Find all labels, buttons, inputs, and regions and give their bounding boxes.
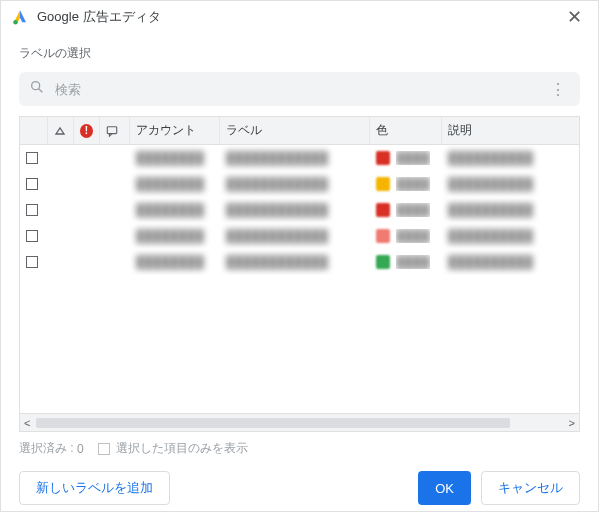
- cell-account: ████████: [130, 145, 220, 171]
- add-label-button[interactable]: 新しいラベルを追加: [19, 471, 170, 505]
- svg-rect-3: [107, 126, 116, 133]
- svg-point-1: [32, 82, 40, 90]
- row-checkbox[interactable]: [26, 178, 38, 190]
- cell-account: ████████: [130, 171, 220, 197]
- svg-line-2: [39, 89, 43, 93]
- row-checkbox[interactable]: [26, 256, 38, 268]
- selected-prefix: 選択済み :: [19, 440, 74, 457]
- svg-point-0: [13, 20, 18, 25]
- cell-label: ████████████: [220, 171, 370, 197]
- show-selected-label: 選択した項目のみを表示: [116, 440, 248, 457]
- more-icon[interactable]: ⋮: [546, 80, 570, 99]
- cell-account: ████████: [130, 223, 220, 249]
- table-body: ████████████████████████████████████████…: [19, 144, 580, 414]
- cell-color: ████: [370, 249, 442, 275]
- google-ads-logo-icon: [11, 8, 29, 26]
- cell-account: ████████: [130, 197, 220, 223]
- cell-description: ██████████: [442, 223, 579, 249]
- cell-account: ████████: [130, 249, 220, 275]
- cell-label: ████████████: [220, 145, 370, 171]
- scroll-track[interactable]: [36, 418, 562, 428]
- cell-label: ████████████: [220, 223, 370, 249]
- cell-description: ██████████: [442, 145, 579, 171]
- horizontal-scrollbar[interactable]: < >: [19, 414, 580, 432]
- cell-color: ████: [370, 171, 442, 197]
- col-account[interactable]: アカウント: [130, 117, 220, 144]
- cell-label: ████████████: [220, 197, 370, 223]
- cell-description: ██████████: [442, 197, 579, 223]
- cell-color: ████: [370, 223, 442, 249]
- table-header: ! アカウント ラベル 色 説明: [19, 116, 580, 144]
- cell-color: ████: [370, 197, 442, 223]
- titlebar: Google 広告エディタ ✕: [1, 1, 598, 33]
- comment-icon: [106, 125, 118, 137]
- show-selected-checkbox[interactable]: [98, 443, 110, 455]
- col-checkbox: [20, 117, 48, 144]
- ok-button[interactable]: OK: [418, 471, 471, 505]
- table-row[interactable]: ██████████████████████████████████: [20, 197, 579, 223]
- button-bar: 新しいラベルを追加 OK キャンセル: [1, 457, 598, 512]
- app-title: Google 広告エディタ: [37, 8, 161, 26]
- error-icon: !: [80, 124, 93, 138]
- col-sort[interactable]: [48, 117, 74, 144]
- scroll-left-icon[interactable]: <: [20, 417, 34, 429]
- selected-count: 0: [77, 442, 84, 456]
- col-description[interactable]: 説明: [442, 117, 579, 144]
- search-bar: ⋮: [19, 72, 580, 106]
- col-color[interactable]: 色: [370, 117, 442, 144]
- labels-table: ! アカウント ラベル 色 説明 ███████████████████████…: [19, 116, 580, 414]
- row-checkbox[interactable]: [26, 204, 38, 216]
- cancel-button[interactable]: キャンセル: [481, 471, 580, 505]
- scroll-thumb[interactable]: [36, 418, 510, 428]
- table-row[interactable]: ██████████████████████████████████: [20, 145, 579, 171]
- cell-description: ██████████: [442, 249, 579, 275]
- col-comment[interactable]: [100, 117, 130, 144]
- cell-label: ████████████: [220, 249, 370, 275]
- search-icon: [29, 79, 45, 99]
- dialog-section-label: ラベルの選択: [1, 33, 598, 66]
- triangle-up-icon: [54, 125, 66, 137]
- search-input[interactable]: [55, 82, 546, 97]
- scroll-right-icon[interactable]: >: [565, 417, 579, 429]
- table-row[interactable]: ██████████████████████████████████: [20, 223, 579, 249]
- cell-description: ██████████: [442, 171, 579, 197]
- row-checkbox[interactable]: [26, 152, 38, 164]
- status-bar: 選択済み : 0 選択した項目のみを表示: [19, 440, 580, 457]
- col-label[interactable]: ラベル: [220, 117, 370, 144]
- row-checkbox[interactable]: [26, 230, 38, 242]
- table-row[interactable]: ██████████████████████████████████: [20, 171, 579, 197]
- close-icon[interactable]: ✕: [561, 4, 588, 30]
- table-row[interactable]: ██████████████████████████████████: [20, 249, 579, 275]
- col-error[interactable]: !: [74, 117, 100, 144]
- cell-color: ████: [370, 145, 442, 171]
